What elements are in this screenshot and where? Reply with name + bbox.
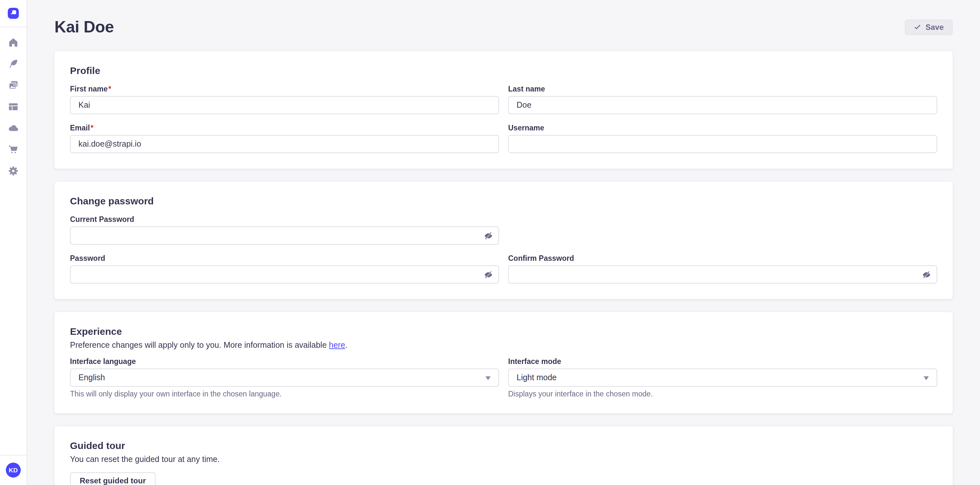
gear-icon (8, 165, 19, 176)
interface-language-select[interactable]: English (70, 369, 499, 387)
strapi-logo-glyph (9, 9, 18, 18)
save-button-label: Save (926, 22, 944, 32)
new-password-input[interactable] (70, 265, 499, 284)
email-input[interactable] (70, 135, 499, 153)
sidebar-footer: KD (0, 455, 27, 485)
change-password-section: Change password Current Password (54, 182, 953, 299)
check-icon (914, 23, 921, 30)
last-name-label: Last name (508, 85, 937, 93)
sidebar-item-settings[interactable] (5, 165, 21, 177)
sidebar-item-media-library[interactable] (5, 79, 21, 91)
new-password-field: Password (70, 254, 499, 284)
sidebar-item-home[interactable] (5, 36, 21, 48)
interface-mode-hint: Displays your interface in the chosen mo… (508, 390, 937, 398)
interface-language-value: English (78, 373, 105, 382)
current-password-input[interactable] (70, 227, 499, 245)
current-password-label: Current Password (70, 215, 499, 223)
email-field: Email* (70, 124, 499, 153)
caret-down-icon (485, 376, 491, 380)
sidebar-item-content-type-builder[interactable] (5, 101, 21, 112)
reset-guided-tour-button[interactable]: Reset guided tour (70, 472, 156, 485)
sidebar-nav (5, 27, 21, 177)
profile-section: Profile First name* Last name (54, 51, 953, 169)
guided-tour-description: You can reset the guided tour at any tim… (70, 455, 937, 464)
first-name-input[interactable] (70, 96, 499, 114)
interface-language-hint: This will only display your own interfac… (70, 390, 499, 398)
cart-icon (8, 144, 19, 155)
last-name-field: Last name (508, 85, 937, 114)
experience-description: Preference changes will apply only to yo… (70, 341, 937, 350)
sidebar-item-deploy[interactable] (5, 122, 21, 134)
strapi-admin-app: KD Kai Doe Save Profile First name* (0, 0, 980, 485)
cloud-icon (8, 122, 19, 133)
caret-down-icon (924, 376, 929, 380)
settings-content: Profile First name* Last name (27, 51, 980, 485)
interface-language-field: Interface language English This will onl… (70, 357, 499, 398)
images-icon (8, 80, 19, 91)
required-mark: * (91, 124, 93, 132)
email-label: Email* (70, 124, 499, 132)
confirm-password-label: Confirm Password (508, 254, 937, 262)
username-field: Username (508, 124, 937, 153)
new-password-label: Password (70, 254, 499, 262)
experience-section-title: Experience (70, 326, 937, 337)
profile-section-title: Profile (70, 65, 937, 76)
username-label: Username (508, 124, 937, 132)
strapi-logo (8, 8, 19, 19)
toggle-password-visibility-button[interactable] (483, 230, 493, 241)
confirm-password-field: Confirm Password (508, 254, 937, 284)
interface-mode-field: Interface mode Light mode Displays your … (508, 357, 937, 398)
experience-section: Experience Preference changes will apply… (54, 312, 953, 413)
main-content-area: Kai Doe Save Profile First name* (27, 0, 980, 485)
toggle-password-visibility-button[interactable] (921, 269, 931, 280)
user-avatar[interactable]: KD (6, 463, 21, 477)
guided-tour-section-title: Guided tour (70, 440, 937, 451)
username-input[interactable] (508, 135, 937, 153)
home-icon (8, 37, 19, 48)
last-name-input[interactable] (508, 96, 937, 114)
layout-icon (8, 101, 19, 112)
save-button[interactable]: Save (905, 19, 953, 35)
interface-mode-select[interactable]: Light mode (508, 369, 937, 387)
more-information-link[interactable]: here (329, 341, 345, 350)
interface-mode-value: Light mode (517, 373, 557, 382)
eye-off-icon (483, 231, 493, 240)
eye-off-icon (483, 270, 493, 279)
main-navigation-sidebar: KD (0, 0, 27, 485)
confirm-password-input[interactable] (508, 265, 937, 284)
change-password-section-title: Change password (70, 195, 937, 206)
page-title: Kai Doe (54, 18, 114, 36)
current-password-field: Current Password (70, 215, 499, 245)
feather-icon (8, 58, 19, 69)
logo-container (0, 0, 27, 27)
page-header: Kai Doe Save (27, 0, 980, 51)
sidebar-item-content-manager[interactable] (5, 58, 21, 69)
sidebar-item-marketplace[interactable] (5, 144, 21, 155)
eye-off-icon (921, 270, 931, 279)
first-name-label: First name* (70, 85, 499, 93)
required-mark: * (108, 85, 111, 93)
interface-mode-label: Interface mode (508, 357, 937, 365)
interface-language-label: Interface language (70, 357, 499, 365)
toggle-password-visibility-button[interactable] (483, 269, 493, 280)
first-name-field: First name* (70, 85, 499, 114)
guided-tour-section: Guided tour You can reset the guided tou… (54, 426, 953, 485)
